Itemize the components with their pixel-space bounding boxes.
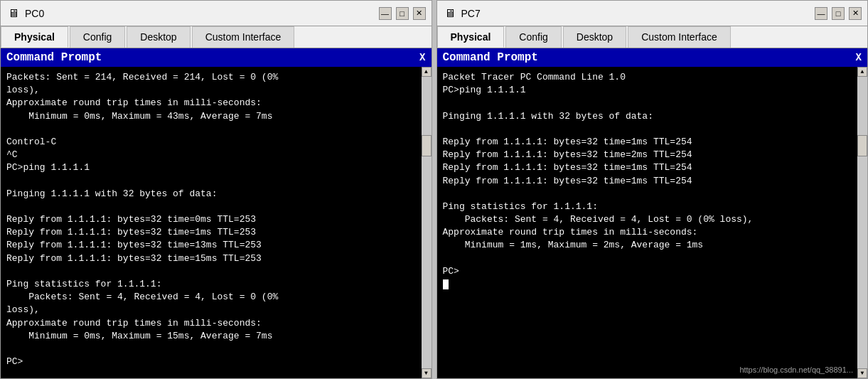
pc0-tabs: Physical Config Desktop Custom Interface	[1, 26, 432, 48]
pc7-scroll-down[interactable]: ▼	[857, 368, 867, 378]
pc0-maximize-button[interactable]: □	[396, 7, 409, 20]
pc0-tab-config[interactable]: Config	[70, 26, 125, 48]
watermark-text: https://blog.csdn.net/qq_38891...	[739, 365, 853, 375]
pc0-tab-physical[interactable]: Physical	[1, 26, 68, 48]
pc0-cmd-close-button[interactable]: X	[419, 52, 425, 63]
pc0-title: PC0	[25, 8, 44, 19]
pc0-scroll-up[interactable]: ▲	[422, 67, 432, 77]
pc7-controls: — □ ✕	[815, 7, 862, 20]
pc0-tab-content: Command Prompt X Packets: Sent = 214, Re…	[1, 48, 432, 378]
titlebar-left: 🖥 PC0	[6, 6, 44, 21]
pc0-scrollbar[interactable]: ▲ ▼	[422, 67, 432, 378]
pc7-cmd-titlebar: Command Prompt X	[437, 48, 868, 67]
pc7-cmd-output: Packet Tracer PC Command Line 1.0 PC>pin…	[443, 71, 862, 278]
pc0-controls: — □ ✕	[379, 7, 426, 20]
pc7-icon: 🖥	[443, 6, 457, 21]
pc7-tab-content: Command Prompt X Packet Tracer PC Comman…	[437, 48, 868, 378]
pc7-cmd-body[interactable]: Packet Tracer PC Command Line 1.0 PC>pin…	[437, 67, 868, 378]
pc0-scroll-thumb[interactable]	[422, 135, 432, 156]
pc7-title: PC7	[461, 8, 481, 19]
pc7-tab-physical[interactable]: Physical	[437, 26, 505, 48]
pc0-scroll-down[interactable]: ▼	[422, 368, 432, 378]
pc0-cmd-body[interactable]: Packets: Sent = 214, Received = 214, Los…	[1, 67, 432, 378]
pc0-cmd-output: Packets: Sent = 214, Received = 214, Los…	[6, 71, 426, 368]
pc7-minimize-button[interactable]: —	[815, 7, 827, 20]
pc7-cmd-title: Command Prompt	[443, 51, 538, 64]
pc7-tab-config[interactable]: Config	[505, 26, 561, 48]
pc0-scroll-track[interactable]	[422, 77, 432, 368]
pc0-titlebar: 🖥 PC0 — □ ✕	[1, 1, 432, 26]
pc7-window: 🖥 PC7 — □ ✕ Physical Config Desktop Cust…	[436, 0, 869, 379]
pc7-scroll-thumb[interactable]	[857, 135, 867, 156]
pc0-tab-desktop[interactable]: Desktop	[127, 26, 190, 48]
pc0-cmd-window: Command Prompt X Packets: Sent = 214, Re…	[1, 48, 432, 378]
pc0-minimize-button[interactable]: —	[379, 7, 392, 20]
pc0-tab-custom-interface[interactable]: Custom Interface	[192, 26, 295, 48]
pc7-close-button[interactable]: ✕	[849, 7, 862, 20]
pc7-scroll-track[interactable]	[857, 77, 867, 368]
pc7-tabs: Physical Config Desktop Custom Interface	[437, 26, 868, 48]
pc7-cmd-window: Command Prompt X Packet Tracer PC Comman…	[437, 48, 868, 378]
pc0-icon: 🖥	[6, 6, 21, 21]
pc7-scroll-up[interactable]: ▲	[857, 67, 867, 77]
pc0-cmd-titlebar: Command Prompt X	[1, 48, 432, 67]
pc7-cursor	[443, 279, 449, 289]
pc7-titlebar: 🖥 PC7 — □ ✕	[437, 1, 868, 26]
pc0-close-button[interactable]: ✕	[413, 7, 426, 20]
pc0-window: 🖥 PC0 — □ ✕ Physical Config Desktop Cust…	[0, 0, 432, 379]
pc7-tab-desktop[interactable]: Desktop	[563, 26, 626, 48]
pc7-scrollbar[interactable]: ▲ ▼	[857, 67, 867, 378]
pc7-tab-custom-interface[interactable]: Custom Interface	[628, 26, 731, 48]
pc7-titlebar-left: 🖥 PC7	[443, 6, 481, 21]
pc7-cmd-close-button[interactable]: X	[856, 52, 862, 63]
pc0-cmd-title: Command Prompt	[6, 51, 102, 64]
pc7-maximize-button[interactable]: □	[832, 7, 845, 20]
